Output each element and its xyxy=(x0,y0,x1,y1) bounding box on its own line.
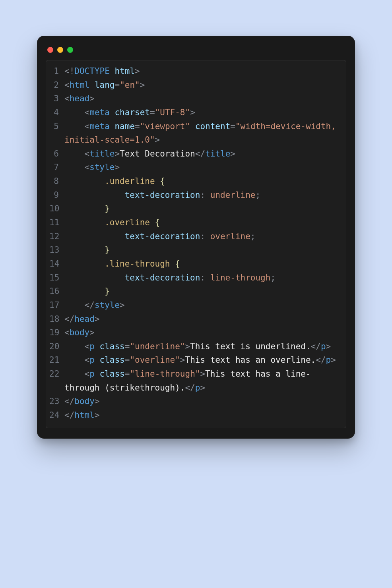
code-content: text-decoration: overline; xyxy=(64,230,340,244)
code-content: text-decoration: underline; xyxy=(64,188,340,202)
line-number: 17 xyxy=(49,298,64,312)
code-line: 2<html lang="en"> xyxy=(49,78,340,92)
line-number: 8 xyxy=(49,174,64,188)
code-line: 20 <p class="underline">This text is und… xyxy=(49,340,340,354)
code-block: 1<!DOCTYPE html>2<html lang="en">3<head>… xyxy=(46,60,346,428)
code-content: <title>Text Decoration</title> xyxy=(64,147,340,161)
code-content: <p class="line-through">This text has a … xyxy=(64,367,340,395)
code-content: <body> xyxy=(64,326,340,340)
line-number: 12 xyxy=(49,230,64,244)
code-line: 7 <style> xyxy=(49,161,340,174)
line-number: 3 xyxy=(49,92,64,106)
code-content: </style> xyxy=(64,298,340,312)
line-number: 13 xyxy=(49,243,64,257)
line-number: 2 xyxy=(49,78,64,92)
code-content: } xyxy=(64,243,340,257)
line-number: 14 xyxy=(49,257,64,271)
code-content: <head> xyxy=(64,92,340,106)
line-number: 10 xyxy=(49,202,64,216)
line-number: 6 xyxy=(49,147,64,161)
code-content: </head> xyxy=(64,312,340,326)
code-line: 5 <meta name="viewport" content="width=d… xyxy=(49,120,340,147)
code-content: text-decoration: line-through; xyxy=(64,271,340,285)
code-content: <!DOCTYPE html> xyxy=(64,64,340,78)
line-number: 7 xyxy=(49,161,64,174)
code-line: 13 } xyxy=(49,243,340,257)
code-content: .underline { xyxy=(64,174,340,188)
code-line: 14 .line-through { xyxy=(49,257,340,271)
code-line: 22 <p class="line-through">This text has… xyxy=(49,367,340,395)
code-content: </body> xyxy=(64,395,340,408)
line-number: 18 xyxy=(49,312,64,326)
code-line: 17 </style> xyxy=(49,298,340,312)
code-line: 16 } xyxy=(49,284,340,298)
line-number: 1 xyxy=(49,64,64,78)
close-icon[interactable] xyxy=(47,47,53,53)
code-line: 3<head> xyxy=(49,92,340,106)
code-line: 9 text-decoration: underline; xyxy=(49,188,340,202)
line-number: 11 xyxy=(49,216,64,230)
line-number: 19 xyxy=(49,326,64,340)
code-content: <html lang="en"> xyxy=(64,78,340,92)
line-number: 16 xyxy=(49,284,64,298)
code-line: 8 .underline { xyxy=(49,174,340,188)
line-number: 9 xyxy=(49,188,64,202)
line-number: 21 xyxy=(49,353,64,367)
code-line: 18</head> xyxy=(49,312,340,326)
code-line: 15 text-decoration: line-through; xyxy=(49,271,340,285)
code-content: .line-through { xyxy=(64,257,340,271)
code-line: 23</body> xyxy=(49,395,340,408)
maximize-icon[interactable] xyxy=(67,47,73,53)
minimize-icon[interactable] xyxy=(57,47,63,53)
code-content: <meta charset="UTF-8"> xyxy=(64,106,340,120)
code-content: <meta name="viewport" content="width=dev… xyxy=(64,120,340,147)
code-line: 21 <p class="overline">This text has an … xyxy=(49,353,340,367)
line-number: 23 xyxy=(49,395,64,408)
code-line: 6 <title>Text Decoration</title> xyxy=(49,147,340,161)
code-line: 1<!DOCTYPE html> xyxy=(49,64,340,78)
code-content: } xyxy=(64,202,340,216)
code-line: 19<body> xyxy=(49,326,340,340)
editor-window: 1<!DOCTYPE html>2<html lang="en">3<head>… xyxy=(37,36,355,439)
code-line: 12 text-decoration: overline; xyxy=(49,230,340,244)
code-line: 11 .overline { xyxy=(49,216,340,230)
code-content: <style> xyxy=(64,161,340,174)
line-number: 22 xyxy=(49,367,64,381)
code-line: 10 } xyxy=(49,202,340,216)
code-content: </html> xyxy=(64,408,340,422)
line-number: 24 xyxy=(49,408,64,422)
code-content: } xyxy=(64,284,340,298)
window-controls xyxy=(46,44,346,60)
code-content: <p class="underline">This text is underl… xyxy=(64,340,340,354)
code-content: .overline { xyxy=(64,216,340,230)
code-line: 24</html> xyxy=(49,408,340,422)
line-number: 15 xyxy=(49,271,64,285)
line-number: 4 xyxy=(49,106,64,120)
line-number: 5 xyxy=(49,120,64,133)
code-content: <p class="overline">This text has an ove… xyxy=(64,353,340,367)
line-number: 20 xyxy=(49,340,64,354)
code-line: 4 <meta charset="UTF-8"> xyxy=(49,106,340,120)
